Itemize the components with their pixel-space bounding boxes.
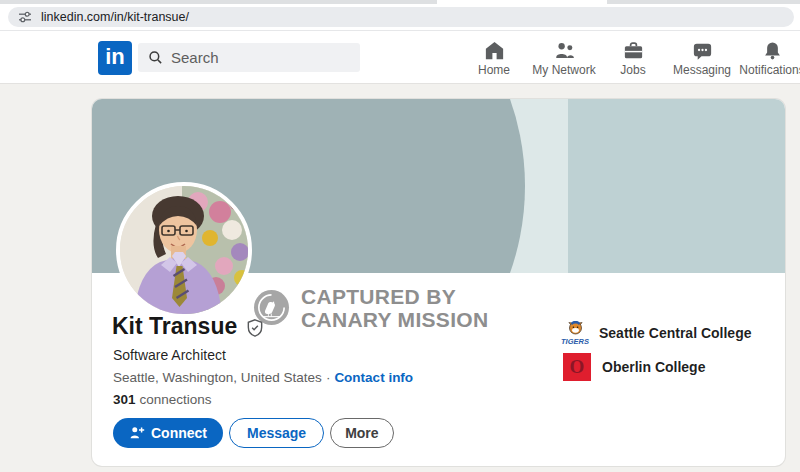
notifications-icon [761,39,784,62]
watermark-line2: CANARY MISSION [301,308,488,331]
home-icon [483,39,506,62]
name-row: Kit Transue [112,313,265,340]
education-name-oberlin: Oberlin College [602,359,705,375]
profile-photo-illustration [120,186,248,314]
nav-label-home: Home [466,63,522,77]
message-label: Message [247,425,306,441]
search-box[interactable] [138,43,360,72]
nav-item-home[interactable]: Home [466,39,522,81]
nav-label-my-network: My Network [524,63,604,77]
nav-label-jobs: Jobs [606,63,660,77]
education-seattle-central[interactable]: TIGERS Seattle Central College [559,320,752,346]
nav-item-jobs[interactable]: Jobs [606,39,660,81]
url-text[interactable]: linkedin.com/in/kit-transue/ [41,10,189,24]
connections-label: connections [140,392,212,407]
verified-icon[interactable] [245,318,265,338]
nav-label-messaging: Messaging [662,63,742,77]
more-label: More [345,425,378,441]
connect-button[interactable]: Connect [113,418,223,448]
search-input[interactable] [171,49,331,66]
browser-address-row: linkedin.com/in/kit-transue/ [0,4,800,31]
location-separator: · [326,370,331,385]
messaging-icon [691,39,714,62]
address-bar[interactable]: linkedin.com/in/kit-transue/ [8,7,794,27]
nav-item-notifications[interactable]: Notifications [736,39,800,81]
message-button[interactable]: Message [229,418,324,448]
watermark-line1: CAPTURED BY [301,285,488,308]
profile-card: CAPTURED BY CANARY MISSION Kit Transue S… [92,99,785,466]
profile-headline: Software Architect [113,347,226,363]
education-name-seattle-central: Seattle Central College [599,325,752,341]
connections-row[interactable]: 301connections [113,392,212,407]
connect-label: Connect [151,425,207,441]
search-icon [148,50,163,65]
jobs-icon [622,39,645,62]
nav-item-messaging[interactable]: Messaging [662,39,742,81]
nav-item-my-network[interactable]: My Network [524,39,604,81]
linkedin-header: in Home My Network [0,31,800,84]
action-buttons: Connect Message More [113,418,394,448]
oberlin-logo-letter: O [570,356,585,378]
watermark-text: CAPTURED BY CANARY MISSION [301,285,488,331]
oberlin-college-logo: O [563,353,591,381]
nav-label-notifications: Notifications [736,63,800,77]
my-network-icon [553,39,576,62]
site-settings-icon[interactable] [18,10,32,24]
profile-location-row: Seattle, Washington, United States·Conta… [113,370,413,385]
location-text: Seattle, Washington, United States [113,370,322,385]
tigers-logo-text: TIGERS [561,336,589,345]
profile-name: Kit Transue [112,313,237,340]
contact-info-link[interactable]: Contact info [334,370,413,385]
screen: linkedin.com/in/kit-transue/ in Home [0,0,800,472]
profile-photo[interactable] [116,182,252,318]
connect-icon [129,425,145,441]
linkedin-logo[interactable]: in [98,41,132,75]
seattle-central-college-logo: TIGERS [559,321,591,346]
more-button[interactable]: More [330,418,393,448]
education-oberlin[interactable]: O Oberlin College [563,352,705,382]
connections-count: 301 [113,392,136,407]
